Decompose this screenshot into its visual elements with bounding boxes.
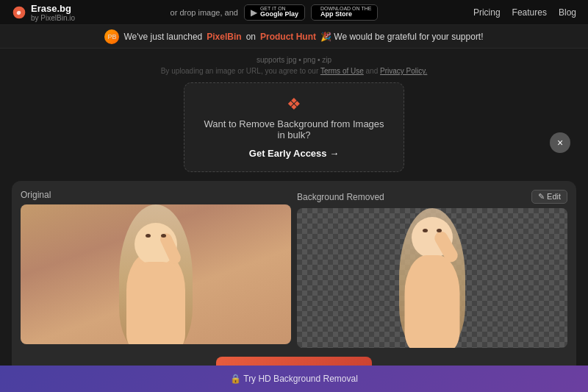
google-play-large: Google Play (260, 11, 298, 18)
removed-panel-header: Background Removed ✎ Edit (297, 190, 567, 204)
removed-image (297, 208, 567, 348)
pr-eye-r (437, 229, 442, 232)
pricing-link[interactable]: Pricing (473, 7, 501, 18)
google-play-icon: ▶ (251, 7, 257, 18)
google-play-badge[interactable]: ▶ GET IT ON Google Play (244, 4, 305, 21)
upload-section: supports jpg • png • zip By uploading an… (0, 49, 588, 181)
original-panel-header: Original (21, 190, 291, 200)
announcement-brand: PixelBin (207, 32, 241, 42)
top-nav: Erase.bg by PixelBin.io or drop image, a… (0, 0, 588, 25)
announcement-bar: PB We've just launched PixelBin on Produ… (0, 25, 588, 49)
announcement-text-before: We've just launched (123, 32, 202, 42)
promo-icon: ❖ (199, 95, 389, 114)
privacy-link[interactable]: Privacy Policy. (380, 67, 427, 75)
pr-eye-l (423, 229, 428, 232)
removed-portrait (297, 208, 567, 348)
logo-sub: by PixelBin.io (31, 14, 75, 22)
app-store-badge[interactable]: Download on the App Store (311, 4, 379, 21)
bulk-promo-card: ❖ Want to Remove Background from Images … (184, 82, 404, 172)
original-image (21, 204, 291, 344)
removed-label: Background Removed (297, 192, 384, 202)
announcement-text-mid: on (246, 32, 256, 42)
original-label: Original (21, 190, 51, 200)
nav-center: or drop image, and ▶ GET IT ON Google Pl… (171, 4, 379, 21)
app-store-large: App Store (320, 11, 372, 18)
bottom-strip[interactable]: 🔒 Try HD Background Removal (0, 366, 588, 392)
result-panels: Original Background Removed ✎ Edit (21, 190, 567, 348)
terms-text: By uploading an image or URL, you agree … (161, 67, 428, 75)
logo-area: Erase.bg by PixelBin.io (12, 3, 75, 22)
result-section: Original Background Removed ✎ Edit (12, 181, 576, 392)
terms-link[interactable]: Terms of Use (320, 67, 364, 75)
format-hints: supports jpg • png • zip (257, 56, 331, 64)
pr-body (405, 255, 460, 348)
original-portrait (21, 204, 291, 344)
announcement-avatar: PB (104, 29, 119, 44)
early-access-link[interactable]: Get Early Access → (249, 148, 339, 159)
promo-title: Want to Remove Background from Images in… (199, 118, 389, 140)
announcement-platform: Product Hunt (260, 32, 316, 42)
logo-icon (12, 5, 26, 20)
announcement-text-after: 🎉 We would be grateful for your support! (320, 32, 484, 42)
bottom-cta-text: 🔒 Try HD Background Removal (230, 374, 358, 384)
removed-panel: Background Removed ✎ Edit (297, 190, 567, 348)
orig-body (126, 262, 185, 344)
orig-eye-l (146, 234, 151, 238)
features-link[interactable]: Features (512, 7, 547, 18)
logo-name: Erase.bg (31, 3, 75, 14)
nav-links: Pricing Features Blog (473, 7, 576, 18)
original-panel: Original (21, 190, 291, 348)
orig-eye-r (161, 234, 166, 238)
blog-link[interactable]: Blog (559, 7, 576, 18)
separator-text: or drop image, and (171, 8, 238, 17)
edit-button[interactable]: ✎ Edit (531, 190, 567, 204)
close-button[interactable]: × (550, 132, 570, 153)
